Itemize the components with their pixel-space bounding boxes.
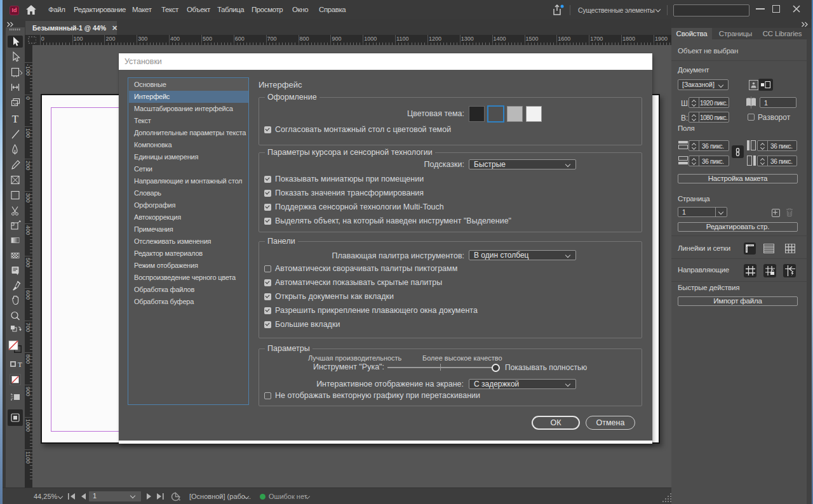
svg-text:T: T bbox=[18, 361, 22, 368]
svg-text:T: T bbox=[12, 113, 19, 124]
